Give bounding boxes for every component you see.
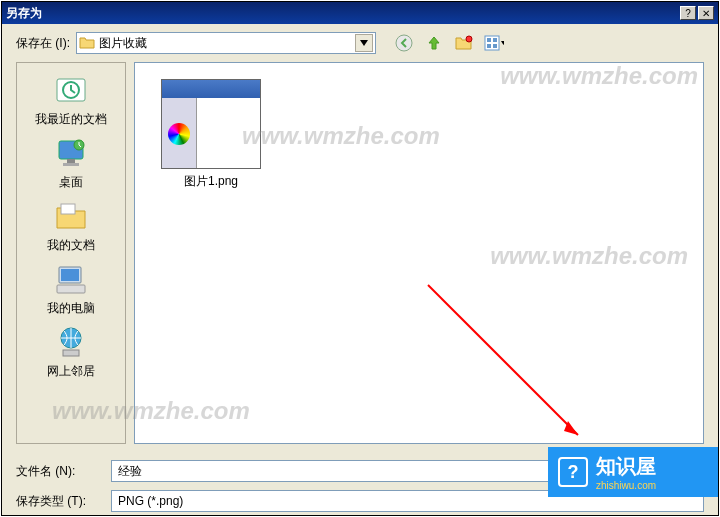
back-icon[interactable]: [394, 33, 414, 53]
folder-icon: [79, 35, 95, 51]
svg-rect-3: [487, 38, 491, 42]
place-mydocs-label: 我的文档: [47, 237, 95, 254]
place-mycomputer-label: 我的电脑: [47, 300, 95, 317]
zhishiwu-icon: ?: [558, 457, 588, 487]
place-desktop[interactable]: 桌面: [51, 134, 91, 191]
place-network[interactable]: 网上邻居: [47, 323, 95, 380]
svg-point-0: [396, 35, 412, 51]
recent-icon: [51, 71, 91, 109]
new-folder-icon[interactable]: [454, 33, 474, 53]
svg-rect-5: [487, 44, 491, 48]
file-item[interactable]: 图片1.png: [151, 79, 271, 190]
filename-label: 文件名 (N):: [16, 463, 101, 480]
svg-rect-6: [493, 44, 497, 48]
file-name: 图片1.png: [184, 173, 238, 190]
view-menu-icon[interactable]: [484, 33, 504, 53]
desktop-icon: [51, 134, 91, 172]
svg-point-1: [466, 36, 472, 42]
svg-rect-13: [61, 204, 75, 214]
place-desktop-label: 桌面: [59, 174, 83, 191]
zhishiwu-main: 知识屋: [596, 453, 656, 480]
filetype-label: 保存类型 (T):: [16, 493, 101, 510]
file-list-area[interactable]: 图片1.png: [134, 62, 704, 444]
places-bar: 我最近的文档 桌面 我的文档 我的电脑 网上邻居: [16, 62, 126, 444]
thumbnail-image: [161, 79, 261, 169]
chevron-down-icon[interactable]: [355, 34, 373, 52]
help-button[interactable]: ?: [680, 6, 696, 20]
place-recent-label: 我最近的文档: [35, 111, 107, 128]
svg-rect-11: [63, 163, 79, 166]
place-network-label: 网上邻居: [47, 363, 95, 380]
network-icon: [51, 323, 91, 361]
svg-rect-4: [493, 38, 497, 42]
place-mydocs[interactable]: 我的文档: [47, 197, 95, 254]
zhishiwu-logo: ? 知识屋 zhishiwu.com: [548, 447, 718, 497]
save-in-label: 保存在 (I):: [16, 35, 70, 52]
zhishiwu-sub: zhishiwu.com: [596, 480, 656, 491]
computer-icon: [51, 260, 91, 298]
up-icon[interactable]: [424, 33, 444, 53]
window-title: 另存为: [6, 5, 678, 22]
svg-rect-15: [61, 269, 79, 281]
save-in-combo[interactable]: 图片收藏: [76, 32, 376, 54]
svg-rect-10: [67, 159, 75, 163]
svg-rect-16: [57, 285, 85, 293]
close-button[interactable]: ✕: [698, 6, 714, 20]
svg-rect-18: [63, 350, 79, 356]
place-mycomputer[interactable]: 我的电脑: [47, 260, 95, 317]
place-recent[interactable]: 我最近的文档: [35, 71, 107, 128]
save-in-value: 图片收藏: [95, 35, 355, 52]
mydocs-icon: [51, 197, 91, 235]
